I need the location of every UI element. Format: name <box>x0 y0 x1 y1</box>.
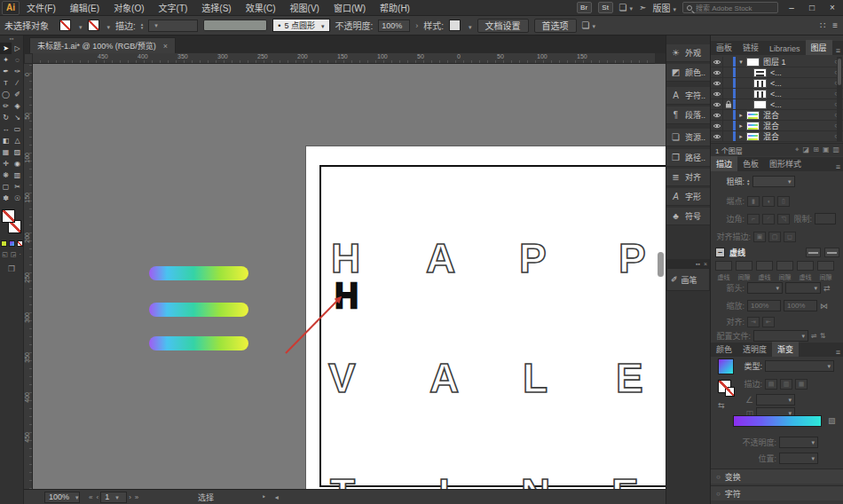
link-scale-icon[interactable]: ⋈ <box>820 302 828 311</box>
stroke-within-button[interactable]: ▤ <box>765 379 777 390</box>
document-layout-icon[interactable]: ❏ <box>619 3 633 12</box>
outline-letter-l[interactable]: L <box>523 358 548 398</box>
tab-color[interactable]: 颜色 <box>711 342 737 357</box>
limit-field[interactable] <box>815 213 836 224</box>
tab-transparency[interactable]: 透明度 <box>737 342 772 357</box>
panel-item-appearance[interactable]: ☀外观 <box>666 44 710 62</box>
panel-item-align[interactable]: ≣对齐 <box>666 169 710 186</box>
bridge-badge[interactable]: Br <box>577 2 592 13</box>
arrowhead-start-dropdown[interactable] <box>747 282 783 294</box>
maximize-button[interactable]: □ <box>805 2 819 14</box>
panel-item-symbols[interactable]: ♣符号 <box>666 208 710 225</box>
screen-mode-icon[interactable]: ❐ <box>0 264 23 273</box>
menu-item-1[interactable]: 编辑(E) <box>63 4 106 13</box>
menu-item-7[interactable]: 窗口(W) <box>327 4 373 13</box>
draw-inside-icon[interactable]: · <box>19 251 20 258</box>
lock-toggle[interactable] <box>722 78 733 88</box>
preserve-dash-button[interactable] <box>806 248 821 257</box>
layer-thumbnail[interactable] <box>746 132 760 141</box>
app-logo[interactable]: Ai <box>2 1 20 15</box>
visibility-eye-icon[interactable] <box>711 91 722 98</box>
toolbar-grip[interactable]: ▪▪ <box>0 35 23 43</box>
make-mask-icon[interactable]: ◪ <box>803 146 810 154</box>
tab-stroke[interactable]: 描边 <box>711 156 737 171</box>
gradient-bar-1[interactable] <box>149 266 248 280</box>
first-artboard-icon[interactable]: « <box>87 493 94 501</box>
outline-letter-p[interactable]: P <box>519 238 547 279</box>
layer-thumbnail[interactable] <box>746 58 760 67</box>
gradient-tool[interactable]: ▨ <box>12 146 23 158</box>
gradient-bar-2[interactable] <box>149 303 248 317</box>
direct-selection-tool[interactable]: ▷ <box>12 43 23 54</box>
expand-chevron-icon[interactable]: ▸ <box>736 122 746 130</box>
outline-letter-p[interactable]: P <box>618 238 646 279</box>
tab-layers[interactable]: 图层 <box>806 40 832 55</box>
arrange-documents-icon[interactable]: ∷ <box>820 20 825 30</box>
stroke-caret-icon[interactable] <box>105 20 111 31</box>
panel-expand-icon[interactable]: ○ <box>716 473 721 481</box>
fill-color-control[interactable] <box>2 209 15 223</box>
panel-expand-icon[interactable]: ○ <box>716 490 721 498</box>
dash-field-0[interactable] <box>715 261 732 271</box>
tab-graphic-styles[interactable]: 图形样式 <box>764 156 807 171</box>
scale-end-field[interactable]: 100% <box>784 300 817 311</box>
mesh-tool[interactable]: ▦ <box>0 146 12 158</box>
panel-item-color[interactable]: ◩颜色.. <box>666 64 710 82</box>
dashed-line-checkbox[interactable]: – <box>715 248 725 257</box>
layer-row-0[interactable]: ▾图层 1○ <box>711 57 843 67</box>
gradient-position-dropdown[interactable] <box>779 453 818 464</box>
layer-row-1[interactable]: <...○ <box>711 67 843 78</box>
menu-item-3[interactable]: 文字(T) <box>152 4 195 13</box>
expand-chevron-icon[interactable]: ▾ <box>736 59 746 66</box>
visibility-eye-icon[interactable] <box>711 133 722 140</box>
panel-menu-icon[interactable]: ≡ <box>836 348 840 357</box>
align-outside-button[interactable]: ◻ <box>784 232 796 242</box>
layer-name[interactable]: <... <box>770 79 782 88</box>
rotate-tool[interactable]: ↻ <box>0 112 12 123</box>
outline-letter-n[interactable]: N <box>521 473 550 489</box>
eyedropper-tool[interactable]: ✛ <box>0 158 12 169</box>
blend-tool[interactable]: ◉ <box>12 158 23 169</box>
line-segment-tool[interactable]: ∕ <box>12 77 23 89</box>
opacity-field[interactable]: 100% <box>378 20 410 32</box>
workspace-settings-icon[interactable]: ❏ <box>582 20 595 30</box>
fill-caret-icon[interactable] <box>76 20 83 31</box>
menu-item-2[interactable]: 对象(O) <box>106 4 151 13</box>
outline-letter-v[interactable]: V <box>328 358 356 398</box>
perspective-grid-tool[interactable]: △ <box>12 135 23 146</box>
new-layer-icon[interactable]: ▣ <box>823 146 830 154</box>
ruler-origin[interactable] <box>24 53 33 64</box>
weight-dropdown[interactable] <box>752 176 795 187</box>
corner-miter-button[interactable]: ⌐ <box>747 214 760 224</box>
menu-item-4[interactable]: 选择(S) <box>194 4 238 13</box>
vertical-ruler[interactable]: 050100150200250300350400450 <box>24 64 33 489</box>
delete-layer-icon[interactable]: ▥ <box>832 146 839 154</box>
panel-list-icon[interactable]: ≡ <box>832 20 838 30</box>
stock-badge[interactable]: St <box>598 2 613 13</box>
workspace-switcher[interactable]: 版图 <box>652 1 676 14</box>
visibility-eye-icon[interactable] <box>711 59 722 66</box>
flip-along-icon[interactable]: ⇌ <box>811 332 817 340</box>
dash-field-3[interactable] <box>776 261 793 271</box>
paintbrush-tool[interactable]: ✐ <box>12 89 23 100</box>
layer-row-2[interactable]: <...○ <box>711 78 843 89</box>
stroke-weight-dropdown[interactable] <box>148 20 198 32</box>
cap-projecting-button[interactable]: ▯ <box>777 196 790 207</box>
panel-item-paragraph[interactable]: ¶段落.. <box>666 106 710 124</box>
arrowhead-end-dropdown[interactable] <box>785 282 821 294</box>
horizontal-ruler[interactable]: 45040035030025020015010050050100150 <box>24 53 655 64</box>
visibility-eye-icon[interactable] <box>711 80 722 87</box>
gradient-slider[interactable] <box>733 415 822 427</box>
zoom-level-dropdown[interactable]: 100% <box>44 492 80 503</box>
visibility-eye-icon[interactable] <box>711 112 722 119</box>
corner-bevel-button[interactable]: ◹ <box>777 214 790 224</box>
scale-tool[interactable]: ↘ <box>12 112 23 123</box>
document-tab[interactable]: 未标题-1.ai* @ 100% (RGB/预览) × <box>29 37 176 53</box>
gradient-bar-3[interactable] <box>149 336 248 350</box>
dash-field-2[interactable] <box>756 261 773 271</box>
next-artboard-icon[interactable]: › <box>127 493 133 501</box>
align-center-button[interactable]: ▣ <box>753 232 766 242</box>
brush-stroke-preview[interactable] <box>203 20 267 31</box>
curvature-tool[interactable]: ✑ <box>12 66 23 77</box>
search-input[interactable]: 搜索 Adobe Stock <box>682 2 778 13</box>
